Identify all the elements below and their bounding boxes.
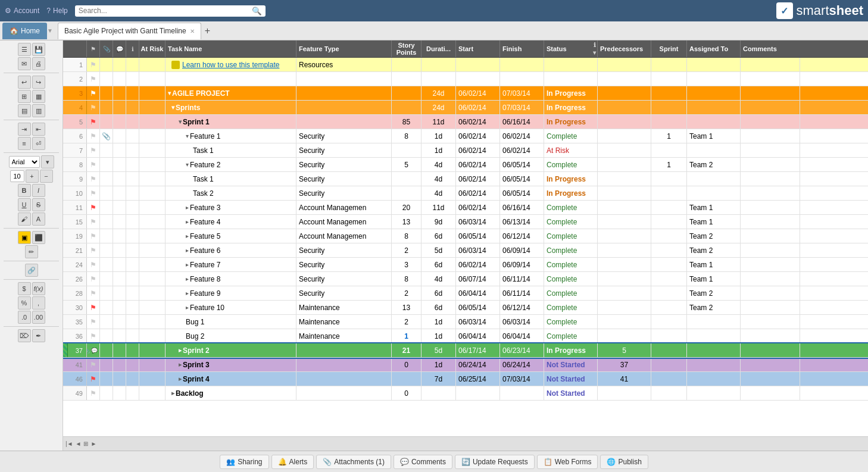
expand-icon[interactable]: ▸: [179, 347, 182, 354]
flag-cell[interactable]: ⚑: [87, 315, 100, 329]
expand-icon[interactable]: ▸: [186, 247, 189, 254]
gantt-view-button[interactable]: ▦: [32, 90, 45, 103]
table-row[interactable]: 1 ⚑ Learn how to use this template Resou…: [63, 58, 868, 72]
table-row[interactable]: 24 ⚑ ▸ Feature 7 Security 3 6d 06/02/14 …: [63, 258, 868, 272]
decimal-add-button[interactable]: .0: [18, 311, 31, 324]
table-row[interactable]: 9 ⚑ Task 1 Security 4d 06/02/14 06/05/14…: [63, 172, 868, 186]
expand-icon[interactable]: ▸: [179, 376, 182, 382]
table-row[interactable]: 26 ⚑ ▸ Feature 8 Security 8 4d 06/07/14 …: [63, 272, 868, 286]
table-row[interactable]: 30 ⚑ ▸ Feature 10 Maintenance 13 6d 06/0…: [63, 301, 868, 315]
align-left-button[interactable]: ≡: [18, 137, 31, 150]
expand-icon[interactable]: ▾: [168, 90, 171, 96]
bold-button[interactable]: B: [18, 184, 31, 197]
search-button[interactable]: 🔍: [252, 7, 262, 15]
alerts-button[interactable]: 🔔 Alerts: [271, 455, 314, 469]
comma-button[interactable]: ,: [32, 296, 45, 310]
nav-next-icon[interactable]: ►: [90, 440, 96, 447]
expand-icon[interactable]: ▾: [186, 133, 189, 139]
table-row[interactable]: 8 ⚑ ▾ Feature 2 Security 5 4d 06/02/14 0…: [63, 158, 868, 172]
expand-icon[interactable]: ▸: [171, 390, 174, 396]
update-requests-button[interactable]: 🔄 Update Requests: [455, 455, 535, 469]
flag-cell[interactable]: ⚑: [87, 172, 100, 186]
flag-cell[interactable]: ⚑: [87, 158, 100, 171]
search-input[interactable]: [79, 7, 252, 15]
indent-button[interactable]: ⇥: [18, 123, 31, 136]
undo-button[interactable]: ↩: [18, 76, 31, 89]
flag-cell[interactable]: ⚑: [87, 86, 100, 100]
expand-icon[interactable]: ▸: [186, 204, 189, 211]
table-row[interactable]: 46 ⚑ ▸ Sprint 4 7d 06/25/14 07/03/14 N: [63, 372, 868, 386]
flag-cell[interactable]: ⚑: [87, 286, 100, 300]
flag-cell[interactable]: ⚑: [87, 215, 100, 229]
flag-cell[interactable]: ⚑: [87, 186, 100, 200]
color-picker-button[interactable]: ⬛: [32, 231, 45, 244]
fill-color-button[interactable]: ▣: [18, 231, 31, 244]
task-name-cell[interactable]: Learn how to use this template: [166, 58, 296, 71]
expand-icon[interactable]: ▸: [186, 233, 189, 239]
flag-cell[interactable]: ⚑: [87, 58, 100, 71]
close-tab-button[interactable]: ✕: [190, 28, 195, 35]
template-link[interactable]: Learn how to use this template: [182, 61, 279, 69]
table-row[interactable]: 6 ⚑ 📎 ▾ Feature 1 Security 8 1d 06/02/14…: [63, 129, 868, 143]
table-row[interactable]: 37 📎 💬 ⚑ ▸ Sprint 2 21: [63, 343, 868, 358]
table-row[interactable]: 41 ⚑ ▸ Sprint 3 0 1d 06/24/14 06/24/14: [63, 358, 868, 372]
expand-icon[interactable]: ▸: [186, 218, 189, 225]
save-button[interactable]: 💾: [32, 43, 45, 56]
tab-home[interactable]: 🏠 Home: [2, 23, 47, 39]
text-color-button[interactable]: A: [32, 212, 45, 226]
nav-first-icon[interactable]: |◄: [65, 440, 73, 447]
eraser-button[interactable]: ⌦: [18, 329, 31, 342]
flag-cell[interactable]: ⚑: [87, 101, 100, 114]
nav-fit-icon[interactable]: ⊞: [83, 440, 88, 447]
flag-cell[interactable]: ⚑: [87, 72, 100, 86]
expand-icon[interactable]: ▸: [186, 290, 189, 296]
link-button[interactable]: 🔗: [25, 264, 38, 277]
wrap-button[interactable]: ⏎: [32, 137, 45, 150]
table-row[interactable]: 35 ⚑ Bug 1 Maintenance 2 1d 06/03/14 06/…: [63, 315, 868, 329]
flag-cell[interactable]: ⚑: [87, 229, 100, 243]
comments-button[interactable]: 💬 Comments: [394, 455, 452, 469]
font-dropdown-button[interactable]: ▾: [41, 155, 54, 168]
attachments-button[interactable]: 📎 Attachments (1): [316, 455, 391, 469]
table-row[interactable]: 5 ⚑ ▾ Sprint 1 85 11d 06/02/14 06/16/14: [63, 115, 868, 129]
formula-button[interactable]: f(x): [32, 282, 45, 295]
publish-button[interactable]: 🌐 Publish: [600, 455, 648, 469]
grid-container[interactable]: 1 ⚑ Learn how to use this template Resou…: [63, 58, 868, 436]
table-row[interactable]: 10 ⚑ Task 2 Security 4d 06/02/14 06/05/1…: [63, 186, 868, 201]
underline-button[interactable]: U: [18, 198, 31, 211]
table-row[interactable]: 4 ⚑ ▾ Sprints 24d 06/02/14 07/03/14 In: [63, 101, 868, 115]
flag-cell[interactable]: ⚑: [87, 272, 100, 286]
currency-button[interactable]: $: [18, 282, 31, 295]
format-brush-button[interactable]: ✒: [32, 329, 45, 342]
flag-cell[interactable]: ⚑: [87, 129, 100, 143]
font-size-up[interactable]: +: [26, 170, 39, 183]
pencil-button[interactable]: ✏: [25, 245, 38, 258]
strikethrough-button[interactable]: S: [32, 198, 45, 211]
add-tab-button[interactable]: +: [201, 26, 214, 36]
grid-view-button[interactable]: ⊞: [18, 90, 31, 103]
table-row[interactable]: 21 ⚑ ▸ Feature 6 Security 2 5d 06/03/14 …: [63, 243, 868, 258]
email-button[interactable]: ✉: [18, 57, 31, 70]
table-row[interactable]: 11 ⚑ ▸ Feature 3 Account Managemen 20 11…: [63, 201, 868, 215]
flag-cell[interactable]: ⚑: [87, 301, 100, 314]
flag-cell[interactable]: ⚑: [87, 372, 100, 386]
table-row[interactable]: 28 ⚑ ▸ Feature 9 Security 2 6d 06/04/14 …: [63, 286, 868, 301]
table-row[interactable]: 7 ⚑ Task 1 Security 1d 06/02/14 06/02/14…: [63, 143, 868, 158]
table-row[interactable]: 2 ⚑: [63, 72, 868, 86]
table-row[interactable]: 15 ⚑ ▸ Feature 4 Account Managemen 13 9d…: [63, 215, 868, 229]
flag-cell[interactable]: ⚑: [87, 115, 100, 129]
expand-icon[interactable]: ▸: [179, 361, 182, 368]
flag-cell[interactable]: ⚑: [87, 201, 100, 214]
calendar-view-button[interactable]: ▥: [32, 104, 45, 117]
flag-cell[interactable]: ⚑: [87, 243, 100, 257]
percent-button[interactable]: %: [18, 296, 31, 310]
expand-icon[interactable]: ▾: [171, 104, 174, 111]
tab-sheet[interactable]: Basic Agile Project with Gantt Timeline …: [58, 23, 201, 39]
sharing-button[interactable]: 👥 Sharing: [220, 455, 268, 469]
expand-icon[interactable]: ▸: [186, 261, 189, 268]
expand-icon[interactable]: ▸: [186, 304, 189, 311]
tab-dropdown-arrow[interactable]: ▼: [47, 27, 53, 34]
status-dropdown-icon[interactable]: ▾: [593, 49, 596, 56]
table-row[interactable]: 36 ⚑ Bug 2 Maintenance 1 1d 06/04/14 06/…: [63, 329, 868, 343]
table-row[interactable]: 49 ⚑ ▸ Backlog 0 Not Started: [63, 386, 868, 401]
